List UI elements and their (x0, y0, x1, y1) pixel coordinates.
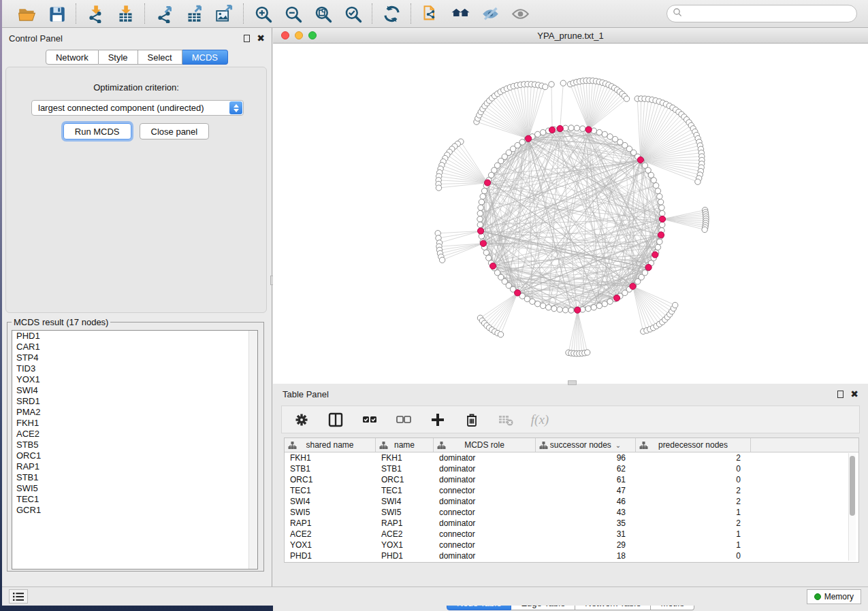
table-scrollbar[interactable] (848, 453, 856, 561)
show-all-icon[interactable] (510, 3, 530, 24)
result-item[interactable]: PMA2 (12, 407, 257, 418)
cell-predecessor-nodes: 0 (636, 551, 751, 561)
table-row[interactable]: ORC1ORC1dominator610 (285, 474, 858, 485)
zoom-in-icon[interactable] (253, 3, 273, 24)
result-item[interactable]: FKH1 (12, 418, 257, 429)
tab-mcds[interactable]: MCDS (182, 50, 228, 65)
table-panel: Table Panel ✖ f(x) shared namenameMCDS r… (273, 384, 868, 611)
save-icon[interactable] (46, 3, 67, 24)
close-panel-icon[interactable]: ✖ (257, 33, 265, 43)
result-item[interactable]: CAR1 (12, 342, 257, 352)
cell-name: YOX1 (376, 540, 434, 550)
delete-table-icon[interactable] (496, 410, 516, 430)
mcds-result-title: MCDS result (17 nodes) (12, 317, 110, 327)
memory-button[interactable]: Memory (807, 589, 861, 604)
column-header-successor-nodes[interactable]: successor nodes⌄ (536, 438, 636, 452)
result-item[interactable]: PHD1 (12, 331, 257, 342)
table-row[interactable]: TEC1TEC1connector472 (285, 485, 858, 496)
network-window-title: YPA_prune.txt_1 (273, 31, 868, 41)
result-item[interactable]: STP4 (12, 352, 257, 363)
zoom-fit-icon[interactable] (312, 3, 333, 24)
export-table-icon[interactable] (184, 3, 204, 24)
close-panel-button[interactable]: Close panel (140, 123, 210, 139)
column-header-name[interactable]: name (376, 438, 434, 452)
cell-successor-nodes: 18 (536, 551, 636, 561)
duplicate-network-icon[interactable] (420, 3, 440, 24)
result-item[interactable]: TEC1 (12, 494, 257, 505)
zoom-out-icon[interactable] (283, 3, 303, 24)
refresh-icon[interactable] (381, 3, 402, 24)
add-icon[interactable] (428, 410, 448, 430)
table-row[interactable]: FKH1FKH1dominator962 (285, 452, 858, 463)
export-image-icon[interactable] (214, 3, 234, 24)
gear-icon[interactable] (291, 410, 312, 430)
cell-name: FKH1 (376, 453, 434, 463)
function-icon[interactable]: f(x) (530, 410, 550, 430)
export-network-icon[interactable] (154, 3, 174, 24)
table-row[interactable]: SWI5SWI5connector431 (285, 507, 858, 518)
mcds-tab-content: Optimization criterion: largest connecte… (5, 67, 267, 313)
table-row[interactable]: YOX1YOX1connector291 (285, 540, 858, 550)
result-item[interactable]: ORC1 (12, 450, 257, 461)
column-header-MCDS-role[interactable]: MCDS role (434, 438, 536, 452)
float-table-panel-icon[interactable] (837, 391, 843, 398)
zoom-selected-icon[interactable] (342, 3, 363, 24)
search-input[interactable] (686, 9, 851, 19)
split-pane-icon[interactable] (325, 410, 346, 430)
main-toolbar (2, 0, 868, 28)
open-folder-icon[interactable] (16, 3, 37, 24)
column-header-shared-name[interactable]: shared name (285, 438, 376, 452)
table-row[interactable]: PHD1PHD1dominator180 (285, 550, 858, 561)
trash-icon[interactable] (462, 410, 482, 430)
control-panel-title: Control Panel (9, 33, 63, 44)
result-item[interactable]: GCR1 (12, 505, 257, 516)
control-panel: Control Panel ✖ NetworkStyleSelectMCDS O… (2, 28, 272, 587)
cell-predecessor-nodes: 0 (636, 464, 751, 474)
cell-shared-name: PHD1 (285, 551, 376, 561)
cell-name: SWI4 (376, 497, 434, 506)
criterion-dropdown[interactable]: largest connected component (undirected) (31, 100, 244, 116)
result-item[interactable]: SRD1 (12, 396, 257, 407)
tab-network[interactable]: Network (46, 50, 99, 65)
column-header-predecessor-nodes[interactable]: predecessor nodes (636, 438, 751, 452)
table-row[interactable]: RAP1RAP1dominator352 (285, 518, 858, 529)
table-splitter-handle[interactable] (568, 380, 577, 385)
result-item[interactable]: STB5 (12, 440, 257, 450)
result-item[interactable]: SWI4 (12, 385, 257, 396)
import-table-icon[interactable] (115, 3, 135, 24)
cell-predecessor-nodes: 1 (636, 529, 751, 539)
result-item[interactable]: YOX1 (12, 374, 257, 385)
mcds-result-list[interactable]: PHD1CAR1STP4TID3YOX1SWI4SRD1PMA2FKH1ACE2… (12, 330, 258, 569)
table-scrollbar-thumb[interactable] (850, 456, 855, 516)
search-box[interactable] (666, 5, 857, 22)
run-mcds-button[interactable]: Run MCDS (63, 123, 131, 139)
table-row[interactable]: ACE2ACE2connector311 (285, 529, 858, 540)
close-table-panel-icon[interactable]: ✖ (850, 389, 858, 399)
hide-selected-icon[interactable] (480, 3, 500, 24)
node-table: shared namenameMCDS rolesuccessor nodes⌄… (284, 437, 859, 563)
select-all-icon[interactable] (359, 410, 380, 430)
result-item[interactable]: TID3 (12, 363, 257, 374)
network-window-titlebar[interactable]: YPA_prune.txt_1 (273, 28, 868, 44)
tab-select[interactable]: Select (138, 50, 182, 65)
result-item[interactable]: STB1 (12, 472, 257, 483)
result-item[interactable]: ACE2 (12, 429, 257, 440)
cell-name: PHD1 (376, 551, 434, 561)
task-history-button[interactable] (9, 589, 28, 604)
tab-style[interactable]: Style (99, 50, 138, 65)
cell-successor-nodes: 62 (536, 464, 636, 474)
table-row[interactable]: SWI4SWI4dominator462 (285, 496, 858, 507)
float-panel-icon[interactable] (244, 35, 250, 42)
optimization-criterion-label: Optimization criterion: (6, 82, 266, 93)
cell-MCDS-role: dominator (434, 518, 536, 528)
result-item[interactable]: RAP1 (12, 461, 257, 472)
result-list-scrollbar[interactable] (248, 331, 257, 569)
cell-predecessor-nodes: 1 (636, 508, 751, 517)
result-item[interactable]: SWI5 (12, 483, 257, 494)
table-row[interactable]: STB1STB1dominator620 (285, 463, 858, 474)
deselect-all-icon[interactable] (393, 410, 414, 430)
import-network-icon[interactable] (85, 3, 106, 24)
network-canvas[interactable] (273, 44, 868, 384)
first-neighbors-icon[interactable] (450, 3, 470, 24)
column-type-icon (437, 441, 446, 452)
